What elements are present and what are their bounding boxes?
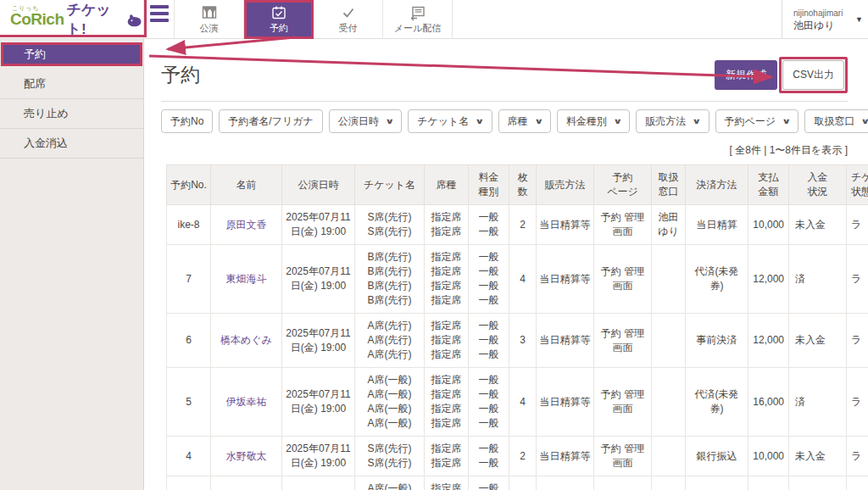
cell-sales-method: 当日精算等 [537, 205, 594, 245]
calendar-check-icon [270, 4, 287, 21]
nav-tab-reception[interactable]: 受付 [314, 0, 383, 39]
cell-payment-method: 代済(未発券) [686, 368, 748, 437]
cell-quantity: 4 [509, 245, 537, 314]
cell-quantity: 3 [509, 314, 537, 368]
cell-clipped: ラ [847, 205, 868, 245]
chevron-down-icon: ∨ [861, 117, 868, 125]
cell-reservation-page: 予約 管理画面 [594, 437, 652, 476]
cell-reservation-no: 5 [167, 368, 211, 437]
cell-seat-types: 指定席指定席指定席 [425, 314, 469, 368]
cell-tickets: S席(先行)S席(先行) [355, 205, 425, 245]
reservations-table: 予約No.名前公演日時チケット名席種料金 種別枚 数販売方法予約 ページ取扱 窓… [166, 164, 868, 490]
logo-suffix-text: チケット! [67, 0, 123, 39]
main-nav: 公演予約受付メール配信 [175, 0, 453, 39]
sidebar-item-seating[interactable]: 配席 [0, 70, 143, 99]
filter-reservation-no-input[interactable]: 予約No [161, 109, 213, 133]
column-header: 料金 種別 [469, 165, 509, 205]
filter-fare-type-dropdown[interactable]: 料金種別∨ [557, 109, 630, 133]
cell-reservation-page [594, 476, 652, 490]
cell-payment-method: 代済(未発券) [686, 245, 748, 314]
user-menu[interactable]: nijinohajimari 池田ゆり ▼ [782, 0, 868, 38]
cell-performance-datetime: 2025年07月11日(金) 19:00 [282, 314, 355, 368]
cell-seat-types: 指定席指定席 [425, 437, 469, 476]
nav-tab-label: 受付 [339, 22, 358, 35]
cell-tickets: A席(一般) [355, 476, 425, 490]
table-row: 7東畑海斗2025年07月11日(金) 19:00B席(先行)B席(先行)B席(… [167, 245, 868, 314]
cell-payment-method [686, 476, 748, 490]
column-header: 決済方法 [686, 165, 748, 205]
cell-quantity [509, 476, 537, 490]
create-new-button[interactable]: 新規作成 [715, 60, 777, 90]
cell-sales-method [537, 476, 594, 490]
cell-name: 原田文香 [211, 205, 282, 245]
table-row: A席(一般)指定席一般 [167, 476, 868, 490]
cell-name: 橋本めぐみ [211, 314, 282, 368]
hamburger-menu-icon[interactable] [144, 0, 175, 38]
cell-payment-method: 銀行振込 [686, 437, 748, 476]
reservation-name-link[interactable]: 東畑海斗 [226, 273, 267, 285]
cell-reservation-page: 予約 管理画面 [594, 205, 652, 245]
sidebar-item-label: 売り止め [24, 107, 69, 120]
corich-ticket-logo[interactable]: こりっち CoRich チケット! [0, 0, 144, 38]
cell-payment-status: 済 [789, 245, 847, 314]
cell-tickets: S席(先行)S席(先行) [355, 437, 425, 476]
cell-fare-types: 一般一般 [469, 437, 509, 476]
cell-counter [652, 476, 686, 490]
filter-ticket-name-dropdown[interactable]: チケット名∨ [408, 109, 492, 133]
cell-counter [652, 245, 686, 314]
caret-down-icon[interactable]: ▼ [855, 15, 863, 24]
reservation-name-link[interactable]: 伊坂幸祐 [226, 396, 267, 408]
reservation-name-link[interactable]: 水野敬太 [226, 450, 267, 462]
curtain-icon [201, 4, 218, 21]
filter-label: 予約No [170, 114, 203, 129]
cell-name [211, 476, 282, 490]
cell-amount: 16,000 [748, 368, 789, 437]
filter-label: 席種 [508, 114, 528, 129]
column-header: 公演日時 [282, 165, 355, 205]
sidebar-item-reservations[interactable]: 予約 [1, 42, 142, 66]
cell-performance-datetime: 2025年07月11日(金) 19:00 [282, 205, 355, 245]
filter-reservation-page-dropdown[interactable]: 予約ページ∨ [715, 109, 799, 133]
cell-counter [652, 437, 686, 476]
filter-sales-method-dropdown[interactable]: 販売方法∨ [636, 109, 709, 133]
cell-reservation-page: 予約 管理画面 [594, 368, 652, 437]
filter-label: 予約ページ [725, 114, 776, 129]
sidebar-item-payment-reconciliation[interactable]: 入金消込 [0, 129, 143, 159]
nav-tab-reservations[interactable]: 予約 [244, 0, 314, 39]
column-header: 席種 [425, 165, 469, 205]
cell-quantity: 2 [509, 205, 537, 245]
filter-seat-type-dropdown[interactable]: 席種∨ [498, 109, 551, 133]
filter-label: 取扱窓口 [814, 114, 854, 129]
cell-amount: 12,000 [748, 245, 789, 314]
cell-fare-types: 一般一般一般一般 [469, 368, 509, 437]
sidebar: 予約配席売り止め入金消込 [0, 39, 144, 490]
cell-tickets: B席(先行)B席(先行)B席(先行)B席(先行) [355, 245, 425, 314]
result-count: [ 全8件 | 1〜8件目を表示 ] [144, 143, 848, 156]
cell-sales-method: 当日精算等 [537, 314, 594, 368]
column-header-clipped: チケ 状態 [847, 165, 868, 205]
nav-tab-performances[interactable]: 公演 [175, 0, 244, 39]
cell-sales-method: 当日精算等 [537, 245, 594, 314]
filter-label: 予約者名/フリガナ [228, 114, 313, 129]
cell-fare-types: 一般 [469, 476, 509, 490]
filter-name-kana-input[interactable]: 予約者名/フリガナ [219, 109, 322, 133]
annotation-box-csv: CSV出力 [779, 57, 848, 93]
cell-seat-types: 指定席 [425, 476, 469, 490]
column-header: チケット名 [355, 165, 425, 205]
cell-counter: 池田ゆり [652, 205, 686, 245]
filter-counter-dropdown[interactable]: 取扱窓口∨ [804, 109, 868, 133]
sidebar-item-stop-sales[interactable]: 売り止め [0, 99, 143, 129]
cell-amount: 10,000 [748, 437, 789, 476]
cell-name: 伊坂幸祐 [211, 368, 282, 437]
column-header: 支払 金額 [748, 165, 789, 205]
main-content: 予約 新規作成 CSV出力 予約No予約者名/フリガナ公演日時∨チケット名∨席種… [144, 39, 868, 490]
csv-export-button[interactable]: CSV出力 [782, 60, 844, 90]
filter-performance-date-dropdown[interactable]: 公演日時∨ [329, 109, 402, 133]
top-bar: こりっち CoRich チケット! 公演予約受付メール配信 nijinohaji… [0, 0, 868, 39]
cell-payment-method: 当日精算 [686, 205, 748, 245]
reservation-name-link[interactable]: 橋本めぐみ [220, 334, 272, 346]
cell-payment-method: 事前決済 [686, 314, 748, 368]
nav-tab-mail-delivery[interactable]: メール配信 [383, 0, 453, 39]
mascot-icon [125, 10, 143, 29]
reservation-name-link[interactable]: 原田文香 [226, 219, 267, 231]
